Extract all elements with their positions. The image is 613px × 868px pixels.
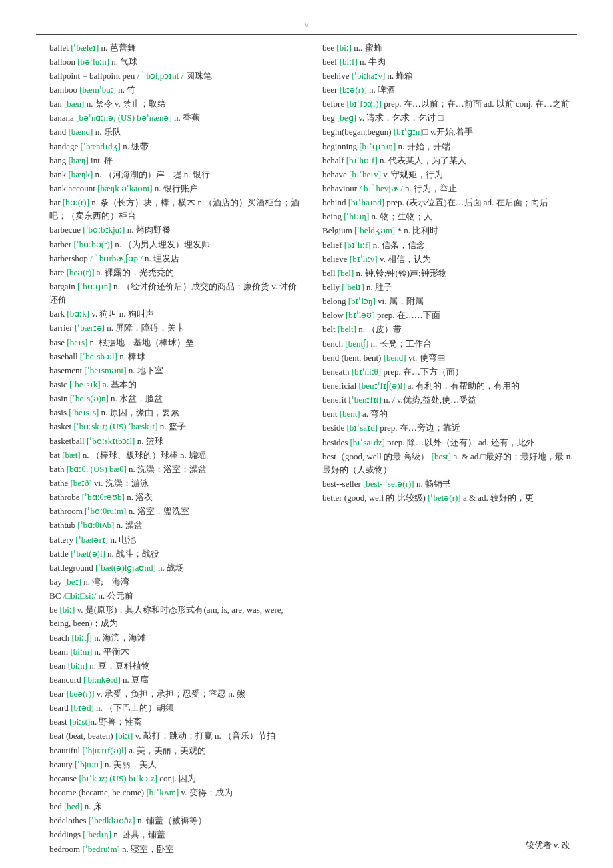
dict-entry: beginning [bɪˈɡɪnɪŋ] n. 开始，开端 [322,140,577,153]
definition: prep. 在……下面 [375,310,440,320]
definition: n. / v.优势,益处,使…受益 [382,395,477,405]
dict-entry: being [ˈbiːɪŋ] n. 物；生物；人 [322,210,577,223]
definition: a. 基本的 [100,379,137,389]
dict-entry: battleground [ˈbæt(ə)lɡraʊnd] n. 战场 [49,561,304,575]
definition: n. 美丽，美人 [103,759,157,769]
headword: become (became, be come) [49,787,146,797]
dict-entry: beer [bɪə(r)] n. 啤酒 [322,83,577,97]
headword: bath [49,464,67,474]
definition: n. 原因，缘由，要素 [99,407,179,417]
pronunciation: [ˈbeldʒəm] [354,225,395,235]
dict-entry: Belgium [ˈbeldʒəm] * n. 比利时 [322,224,577,237]
pronunciation: [ˈbæleɪ] [71,43,99,53]
dict-entry: beauty [ˈbjuːtɪ] n. 美丽，美人 [49,758,304,771]
pronunciation: [ˈbɑːbɪkjuː] [83,225,125,235]
definition: vi. 属，附属 [376,296,424,306]
definition: n. 湾; 海湾 [81,577,129,587]
headword: beginning [322,141,359,151]
page-header: // [0,0,613,31]
pronunciation: [ˈbiːhaɪv] [352,71,386,81]
headword: better (good, well 的 比较级) [322,493,428,503]
definition: n. 气球 [109,57,137,67]
pronunciation: [bɪˈfɔː(r)] [346,99,381,109]
definition: n. 浴衣 [125,492,153,502]
definition: int. 砰 [89,155,113,165]
headword: bathe [49,478,70,488]
headword: bench [322,339,345,349]
headword: band [49,127,69,137]
headword: benefit [322,395,348,405]
headword: beast [49,717,69,727]
headword: bamboo [49,85,79,95]
pronunciation: [beɪs] [67,337,87,347]
dict-entry: barrier [ˈbærɪə] n. 屏障，障碍，关卡 [49,321,304,335]
headword: basis [49,407,69,417]
headword: bell [322,268,338,278]
dict-entry: believe [bɪˈliːv] v. 相信，认为 [322,253,577,266]
pronunciation: [bɪəd] [71,703,94,713]
headword: ballpoint = ballpoint pen [49,71,137,81]
pronunciation: [bæmˈbuː] [79,85,116,95]
pronunciation: [bɪˈkʌm] [146,787,179,797]
pronunciation: [ˈbeɪsbɔːl] [80,351,117,361]
definition: n. 床 [82,801,101,811]
definition: a. 裸露的，光秃秃的 [95,267,175,277]
definition: n. 公元前 [96,591,133,601]
headword: basic [49,379,69,389]
headword: beer [322,85,340,95]
dict-entry: basis [ˈbeɪsɪs] n. 原因，缘由，要素 [49,406,304,419]
pronunciation: [ˈbɑ:θtʌb] [77,520,114,530]
headword: bee [322,43,336,53]
pronunciation: [bəˈluːn] [77,57,109,67]
headword: Belgium [322,225,354,235]
pronunciation: [bɪˈɡɪn] [394,127,423,137]
pronunciation: [ˈbeɪsɪk] [69,379,101,389]
dict-entry: bench [bentʃ] n. 长凳；工作台 [322,337,577,351]
pronunciation: [bɪˈləʊ] [346,310,375,320]
dict-entry: below [bɪˈləʊ] prep. 在……下面 [322,309,577,322]
headword: bar [49,197,63,207]
pronunciation: / ˋbɑrbɚ,ʃɑp / [90,253,143,263]
definition: v. 请求，乞求，乞讨 □ [356,113,444,123]
definition: n. 绷带 [121,141,149,151]
definition: a. 美，美丽，美观的 [127,745,207,755]
headword: beat (beat, beaten) [49,731,115,741]
dict-entry: be [biː] v. 是(原形)，其人称和时态形式有(am, is, are,… [49,603,304,630]
definition: n. 豆，豆科植物 [87,661,150,671]
dict-entry: beneath [bɪˈniːθ] prep. 在…下方（面） [322,365,577,379]
dict-entry: become (became, be come) [bɪˈkʌm] v. 变得；… [49,786,304,799]
headword: bank [49,169,69,179]
dict-entry: begin(began,begun) [bɪˈɡɪn]□ v.开始,着手 [322,125,577,139]
definition: prep. 在…以前；在…前面 ad. 以前 conj. 在…之前 [382,99,570,109]
dict-entry: beach [biːtʃ] n. 海滨，海滩 [49,631,304,645]
dict-entry: beat (beat, beaten) [biːt] v. 敲打；跳动；打赢 n… [49,729,304,743]
headword: beancurd [49,675,83,685]
definition: n. 香蕉 [172,113,200,123]
pronunciation: [ˈbætərɪ] [75,535,108,545]
pronunciation: [ˈbændɪdʒ] [81,141,121,151]
dict-entry: belong [bɪˈlɔŋ] vi. 属，附属 [322,295,577,308]
dict-entry: bark [bɑːk] v. 狗叫 n. 狗叫声 [49,307,304,321]
headword: battery [49,535,75,545]
headword: beehive [322,71,352,81]
definition: n. 棒球 [117,351,145,361]
definition: n. 肚子 [364,282,392,292]
definition: prep. 在…下方（面） [381,367,464,377]
pronunciation: [bel] [338,268,354,278]
dict-entry: bathrobe [ˈbɑːθrəʊb] n. 浴衣 [49,491,304,504]
definition: n. 海滨，海滩 [92,633,146,643]
headword: begin(began,begun) [322,127,394,137]
dict-entry: basin [ˈbeɪs(ə)n] n. 水盆，脸盆 [49,392,304,405]
dict-entry: beehive [ˈbiːhaɪv] n. 蜂箱 [322,69,577,83]
pronunciation: [ˈbiːɪŋ] [344,211,369,221]
definition: conj. 因为 [157,773,196,783]
headword: belt [322,324,338,334]
definition: n. 篮球 [135,436,163,446]
dict-entry: bank [bæŋk] n. （河海湖的）岸，堤 n. 银行 [49,168,304,181]
dict-entry: bank account [bæŋk əˈkaʊnt] n. 银行账户 [49,182,304,195]
definition: n. 篮子 [158,421,186,431]
definition: n. 澡盆 [114,520,142,530]
dict-entry: baseball [ˈbeɪsbɔːl] n. 棒球 [49,350,304,363]
headword: beg [322,113,337,123]
dict-entry: belief [bɪˈliːf] n. 信条，信念 [322,239,577,252]
